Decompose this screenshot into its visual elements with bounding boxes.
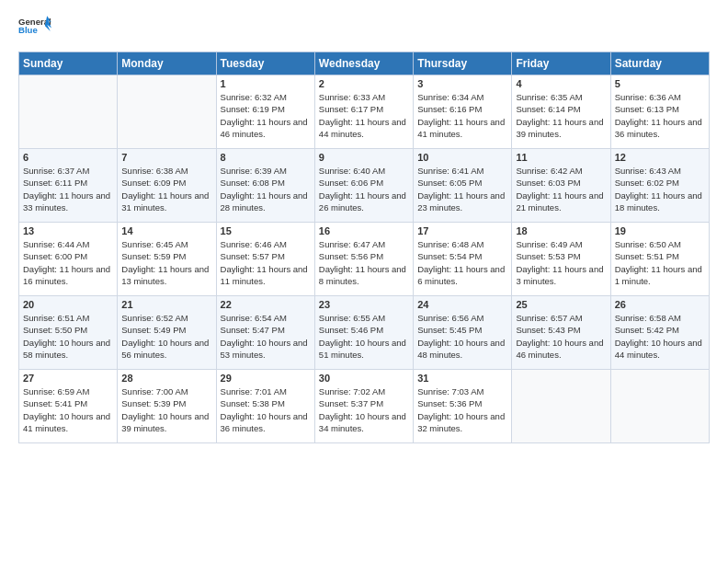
day-number: 13 [23,225,113,236]
day-info: Sunrise: 7:03 AMSunset: 5:36 PMDaylight:… [417,386,505,433]
day-cell: 27Sunrise: 6:59 AMSunset: 5:41 PMDayligh… [19,370,118,443]
day-cell: 21Sunrise: 6:52 AMSunset: 5:49 PMDayligh… [118,296,216,370]
day-cell: 31Sunrise: 7:03 AMSunset: 5:36 PMDayligh… [414,370,512,443]
day-cell: 13Sunrise: 6:44 AMSunset: 6:00 PMDayligh… [19,223,118,296]
day-cell: 14Sunrise: 6:45 AMSunset: 5:59 PMDayligh… [118,223,216,296]
weekday-header-monday: Monday [118,52,216,75]
header: General Blue [18,15,710,42]
weekday-header-wednesday: Wednesday [314,52,413,75]
day-info: Sunrise: 6:38 AMSunset: 6:09 PMDaylight:… [121,166,209,213]
day-info: Sunrise: 6:45 AMSunset: 5:59 PMDaylight:… [121,239,209,286]
day-info: Sunrise: 6:35 AMSunset: 6:14 PMDaylight:… [516,92,603,139]
day-cell [610,370,709,443]
day-cell: 20Sunrise: 6:51 AMSunset: 5:50 PMDayligh… [19,296,118,370]
day-cell: 8Sunrise: 6:39 AMSunset: 6:08 PMDaylight… [216,149,314,223]
day-info: Sunrise: 6:36 AMSunset: 6:13 PMDaylight:… [615,92,702,139]
day-cell: 17Sunrise: 6:48 AMSunset: 5:54 PMDayligh… [414,223,512,296]
week-row-3: 13Sunrise: 6:44 AMSunset: 6:00 PMDayligh… [19,223,710,296]
day-number: 4 [516,78,606,89]
day-info: Sunrise: 6:39 AMSunset: 6:08 PMDaylight:… [221,166,308,213]
day-info: Sunrise: 6:40 AMSunset: 6:06 PMDaylight:… [319,166,406,213]
day-number: 18 [516,225,606,236]
calendar-header: SundayMondayTuesdayWednesdayThursdayFrid… [19,52,710,75]
logo-bird-icon: General Blue [18,15,51,42]
day-number: 12 [615,152,705,163]
week-row-5: 27Sunrise: 6:59 AMSunset: 5:41 PMDayligh… [19,370,710,443]
day-info: Sunrise: 6:42 AMSunset: 6:03 PMDaylight:… [516,166,603,213]
day-cell: 28Sunrise: 7:00 AMSunset: 5:39 PMDayligh… [118,370,216,443]
svg-text:Blue: Blue [18,25,38,35]
day-number: 11 [516,152,606,163]
weekday-header-tuesday: Tuesday [216,52,314,75]
day-info: Sunrise: 6:57 AMSunset: 5:43 PMDaylight:… [516,313,603,360]
day-info: Sunrise: 6:41 AMSunset: 6:05 PMDaylight:… [417,166,505,213]
day-info: Sunrise: 6:47 AMSunset: 5:56 PMDaylight:… [319,239,406,286]
day-number: 29 [221,373,311,384]
weekday-row: SundayMondayTuesdayWednesdayThursdayFrid… [19,52,710,75]
day-info: Sunrise: 6:32 AMSunset: 6:19 PMDaylight:… [221,92,308,139]
day-cell: 24Sunrise: 6:56 AMSunset: 5:45 PMDayligh… [414,296,512,370]
day-info: Sunrise: 6:37 AMSunset: 6:11 PMDaylight:… [23,166,110,213]
calendar-body: 1Sunrise: 6:32 AMSunset: 6:19 PMDaylight… [19,75,710,443]
day-info: Sunrise: 6:44 AMSunset: 6:00 PMDaylight:… [23,239,110,286]
day-number: 27 [23,373,113,384]
day-cell: 11Sunrise: 6:42 AMSunset: 6:03 PMDayligh… [512,149,610,223]
day-number: 16 [319,225,409,236]
week-row-1: 1Sunrise: 6:32 AMSunset: 6:19 PMDaylight… [19,75,710,149]
day-number: 22 [221,299,311,310]
day-cell: 6Sunrise: 6:37 AMSunset: 6:11 PMDaylight… [19,149,118,223]
logo: General Blue [18,15,51,42]
day-cell: 12Sunrise: 6:43 AMSunset: 6:02 PMDayligh… [610,149,709,223]
day-cell: 23Sunrise: 6:55 AMSunset: 5:46 PMDayligh… [314,296,413,370]
day-cell: 3Sunrise: 6:34 AMSunset: 6:16 PMDaylight… [414,75,512,149]
day-number: 17 [417,225,507,236]
day-info: Sunrise: 6:52 AMSunset: 5:49 PMDaylight:… [121,313,209,360]
calendar-page: General Blue SundayMondayTuesdayWednesda… [0,0,728,563]
day-number: 6 [23,152,113,163]
day-number: 25 [516,299,606,310]
day-info: Sunrise: 6:51 AMSunset: 5:50 PMDaylight:… [23,313,110,360]
day-info: Sunrise: 6:50 AMSunset: 5:51 PMDaylight:… [615,239,702,286]
day-cell: 2Sunrise: 6:33 AMSunset: 6:17 PMDaylight… [314,75,413,149]
weekday-header-saturday: Saturday [610,52,709,75]
day-cell: 7Sunrise: 6:38 AMSunset: 6:09 PMDaylight… [118,149,216,223]
day-info: Sunrise: 6:59 AMSunset: 5:41 PMDaylight:… [23,386,110,433]
day-cell: 15Sunrise: 6:46 AMSunset: 5:57 PMDayligh… [216,223,314,296]
day-info: Sunrise: 7:00 AMSunset: 5:39 PMDaylight:… [121,386,209,433]
day-number: 28 [121,373,211,384]
day-number: 31 [417,373,507,384]
day-number: 20 [23,299,113,310]
day-number: 1 [221,78,311,89]
weekday-header-friday: Friday [512,52,610,75]
day-info: Sunrise: 6:46 AMSunset: 5:57 PMDaylight:… [221,239,308,286]
day-info: Sunrise: 6:43 AMSunset: 6:02 PMDaylight:… [615,166,702,213]
day-cell: 9Sunrise: 6:40 AMSunset: 6:06 PMDaylight… [314,149,413,223]
day-number: 9 [319,152,409,163]
day-cell: 5Sunrise: 6:36 AMSunset: 6:13 PMDaylight… [610,75,709,149]
day-info: Sunrise: 6:49 AMSunset: 5:53 PMDaylight:… [516,239,603,286]
weekday-header-thursday: Thursday [414,52,512,75]
day-number: 23 [319,299,409,310]
day-cell [19,75,118,149]
day-number: 30 [319,373,409,384]
day-cell: 16Sunrise: 6:47 AMSunset: 5:56 PMDayligh… [314,223,413,296]
day-number: 2 [319,78,409,89]
day-number: 15 [221,225,311,236]
day-cell: 19Sunrise: 6:50 AMSunset: 5:51 PMDayligh… [610,223,709,296]
day-cell: 1Sunrise: 6:32 AMSunset: 6:19 PMDaylight… [216,75,314,149]
day-number: 3 [417,78,507,89]
day-cell: 10Sunrise: 6:41 AMSunset: 6:05 PMDayligh… [414,149,512,223]
day-number: 24 [417,299,507,310]
day-cell [118,75,216,149]
day-info: Sunrise: 6:55 AMSunset: 5:46 PMDaylight:… [319,313,406,360]
day-info: Sunrise: 6:34 AMSunset: 6:16 PMDaylight:… [417,92,505,139]
day-info: Sunrise: 7:02 AMSunset: 5:37 PMDaylight:… [319,386,406,433]
weekday-header-sunday: Sunday [19,52,118,75]
day-cell: 25Sunrise: 6:57 AMSunset: 5:43 PMDayligh… [512,296,610,370]
day-number: 14 [121,225,211,236]
day-cell: 29Sunrise: 7:01 AMSunset: 5:38 PMDayligh… [216,370,314,443]
day-info: Sunrise: 6:58 AMSunset: 5:42 PMDaylight:… [615,313,702,360]
day-info: Sunrise: 6:54 AMSunset: 5:47 PMDaylight:… [221,313,308,360]
week-row-2: 6Sunrise: 6:37 AMSunset: 6:11 PMDaylight… [19,149,710,223]
day-info: Sunrise: 6:48 AMSunset: 5:54 PMDaylight:… [417,239,505,286]
